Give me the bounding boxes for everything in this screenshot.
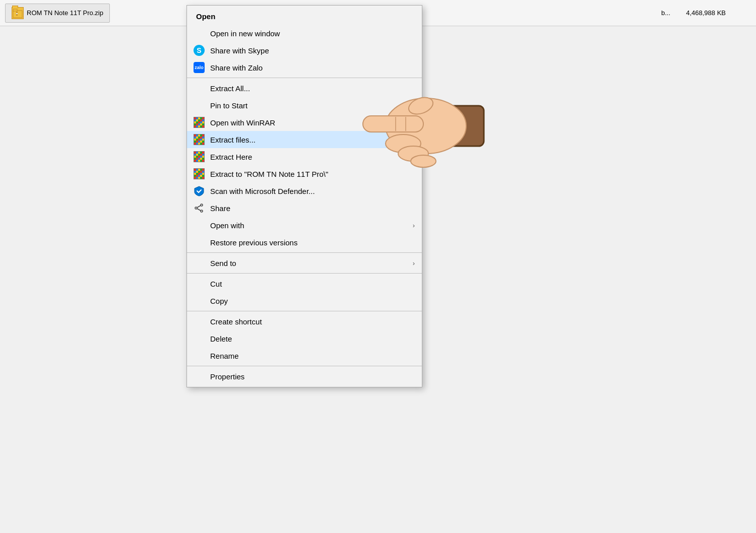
menu-separator [187,366,422,366]
file-name-label: ROM TN Note 11T Pro.zip [27,9,103,17]
share-icon [193,202,205,214]
svg-rect-1 [13,9,17,11]
menu-item-pin-start[interactable]: Pin to Start [187,97,422,114]
menu-item-send-to[interactable]: Send to› [187,254,422,272]
svg-line-8 [197,206,201,208]
menu-label-create-shortcut: Create shortcut [210,317,262,326]
menu-label-open-new-window: Open in new window [210,29,280,38]
svg-point-5 [201,204,203,206]
menu-item-open-new-window[interactable]: Open in new window [187,25,422,42]
svg-line-9 [197,209,201,211]
zalo-icon: zalo [193,61,205,74]
menu-item-open[interactable]: Open [187,8,422,25]
defender-icon [193,185,205,197]
ellipsis-label: b... [661,9,670,17]
menu-item-delete[interactable]: Delete [187,330,422,347]
menu-label-open-winrar: Open with WinRAR [210,118,275,127]
svg-rect-4 [16,13,18,14]
menu-label-copy: Copy [210,297,228,305]
menu-item-restore-versions[interactable]: Restore previous versions [187,234,422,251]
menu-label-cut: Cut [210,280,222,288]
menu-label-extract-to: Extract to "ROM TN Note 11T Pro\" [210,170,328,178]
svg-rect-3 [16,14,18,16]
menu-label-share-skype: Share with Skype [210,46,269,55]
menu-label-share-zalo: Share with Zalo [210,63,263,72]
menu-label-share: Share [210,204,230,213]
menu-label-pin-start: Pin to Start [210,101,247,110]
file-size-label: 4,468,988 KB [686,9,726,17]
menu-item-scan-defender[interactable]: Scan with Microsoft Defender... [187,182,422,199]
menu-item-share-skype[interactable]: SShare with Skype [187,42,422,59]
menu-item-properties[interactable]: Properties [187,368,422,385]
menu-label-open: Open [196,12,215,21]
menu-item-extract-to[interactable]: Extract to "ROM TN Note 11T Pro\" [187,165,422,182]
winrar-icon [193,151,205,163]
svg-rect-10 [428,106,484,146]
menu-item-share[interactable]: Share [187,199,422,217]
menu-separator [187,273,422,274]
menu-label-delete: Delete [210,335,232,343]
svg-rect-2 [16,12,18,13]
menu-item-create-shortcut[interactable]: Create shortcut [187,313,422,330]
svg-point-7 [201,210,203,212]
skype-icon: S [193,44,205,56]
menu-item-open-with[interactable]: Open with› [187,217,422,234]
menu-item-extract-here[interactable]: Extract Here [187,148,422,165]
menu-separator [187,252,422,253]
menu-label-extract-all: Extract All... [210,84,250,93]
menu-label-send-to: Send to [210,259,236,268]
zip-folder-icon [12,7,24,19]
submenu-arrow-icon: › [413,259,415,267]
menu-label-rename: Rename [210,352,239,360]
menu-item-copy[interactable]: Copy [187,292,422,309]
menu-label-restore-versions: Restore previous versions [210,238,297,247]
menu-item-rename[interactable]: Rename [187,347,422,364]
menu-label-scan-defender: Scan with Microsoft Defender... [210,187,315,195]
submenu-arrow-icon: › [413,222,415,229]
menu-item-share-zalo[interactable]: zaloShare with Zalo [187,59,422,76]
winrar-icon [193,168,205,180]
context-menu: OpenOpen in new windowSShare with Skypez… [186,5,422,387]
menu-separator [187,78,422,78]
menu-item-extract-all[interactable]: Extract All... [187,80,422,97]
menu-label-properties: Properties [210,372,244,381]
menu-item-extract-files[interactable]: Extract files... [187,131,422,148]
menu-label-open-with: Open with [210,221,244,230]
winrar-icon [193,116,205,128]
winrar-icon [193,134,205,146]
svg-point-6 [195,207,197,209]
menu-item-cut[interactable]: Cut [187,275,422,292]
file-item[interactable]: ROM TN Note 11T Pro.zip [5,4,110,23]
menu-label-extract-files: Extract files... [210,136,256,144]
menu-label-extract-here: Extract Here [210,153,252,161]
menu-item-open-winrar[interactable]: Open with WinRAR [187,114,422,131]
menu-separator [187,311,422,311]
